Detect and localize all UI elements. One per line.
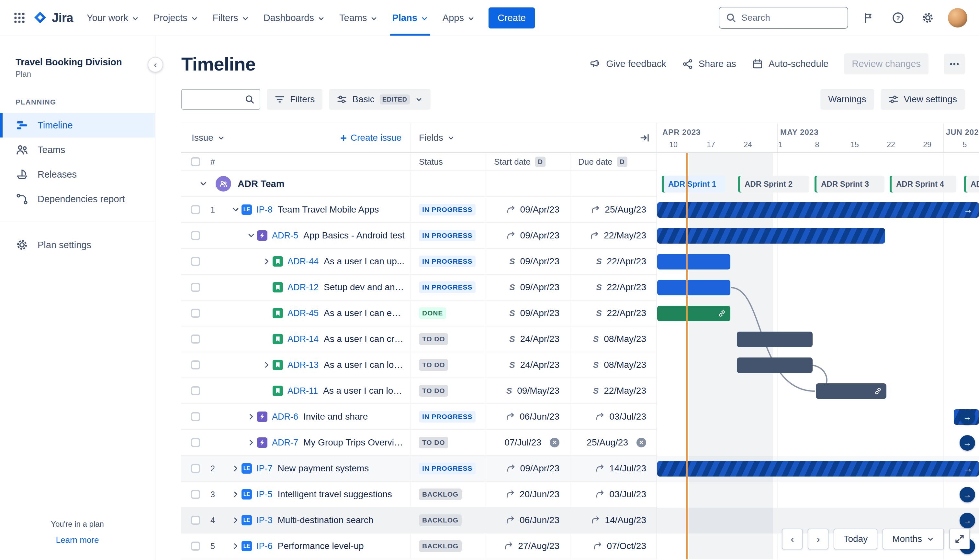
status-lozenge[interactable]: IN PROGRESS — [419, 411, 476, 423]
date-value[interactable]: 09/Apr/23 — [520, 205, 560, 215]
dependency-link-icon[interactable] — [718, 310, 726, 317]
date-value[interactable]: 24/Apr/23 — [520, 334, 560, 344]
row-checkbox[interactable] — [191, 542, 200, 551]
date-value[interactable]: 09/Apr/23 — [520, 282, 560, 292]
row-checkbox[interactable] — [191, 412, 200, 421]
issue-summary[interactable]: My Group Trips Overview — [303, 437, 411, 448]
timeline-search-input[interactable] — [187, 95, 245, 105]
scroll-to-bar-button[interactable]: → — [960, 409, 975, 425]
status-lozenge[interactable]: BACKLOG — [419, 540, 462, 552]
issue-key-link[interactable]: ADR-14 — [287, 334, 319, 344]
issue-key-link[interactable]: IP-6 — [256, 541, 272, 551]
create-issue-button[interactable]: +Create issue — [340, 132, 411, 143]
share-as-button[interactable]: Share as — [682, 58, 736, 70]
group-expand-toggle[interactable] — [197, 179, 209, 188]
timeline-search[interactable] — [181, 89, 260, 110]
collapse-sidebar-button[interactable]: ‹ — [148, 57, 163, 72]
issue-summary[interactable]: Invite and share — [303, 412, 373, 422]
filters-button[interactable]: Filters — [267, 89, 322, 110]
jira-logo[interactable]: Jira — [32, 10, 73, 25]
issue-key-link[interactable]: ADR-5 — [272, 231, 298, 241]
auto-schedule-button[interactable]: Auto-schedule — [752, 58, 829, 70]
date-value[interactable]: 07/Oct/23 — [607, 541, 646, 551]
issue-row[interactable]: ADR-14As a user I can cre...TO DOS24/Apr… — [181, 327, 979, 352]
date-value[interactable]: 20/Jun/23 — [520, 489, 560, 500]
issue-summary[interactable]: Intelligent travel suggestions — [278, 489, 397, 500]
search-input[interactable] — [742, 13, 841, 23]
row-checkbox[interactable] — [191, 438, 200, 447]
sidebar-item-dependencies-report[interactable]: Dependencies report — [0, 187, 155, 211]
status-lozenge[interactable]: IN PROGRESS — [419, 255, 476, 267]
scroll-left-button[interactable]: ‹ — [782, 528, 803, 549]
date-value[interactable]: 09/Apr/23 — [520, 256, 560, 267]
view-settings-button[interactable]: View settings — [880, 89, 965, 110]
issue-summary[interactable]: New payment systems — [278, 463, 374, 473]
expand-toggle[interactable] — [246, 438, 257, 447]
sidebar-item-releases[interactable]: Releases — [0, 162, 155, 187]
row-checkbox[interactable] — [191, 464, 200, 473]
status-lozenge[interactable]: BACKLOG — [419, 488, 462, 500]
issue-key-link[interactable]: ADR-11 — [287, 386, 318, 396]
review-changes-button[interactable]: Review changes — [844, 53, 929, 74]
sprint-bar[interactable]: ADR Sprint 3 — [815, 176, 884, 192]
flag-icon[interactable] — [859, 8, 878, 27]
sidebar-item-teams[interactable]: Teams — [0, 137, 155, 162]
settings-gear-icon[interactable] — [918, 8, 937, 27]
gantt-bar[interactable]: → — [657, 202, 979, 218]
today-button[interactable]: Today — [834, 528, 877, 549]
sprint-bar[interactable]: ADR Sprint 1 — [662, 176, 725, 192]
date-value[interactable]: 22/Apr/23 — [607, 308, 646, 318]
issue-summary[interactable]: Setup dev and and ... — [324, 282, 411, 292]
issue-row[interactable]: ADR-45As a user I can ena...DONES09/Apr/… — [181, 300, 979, 327]
issue-row[interactable]: 2LEIP-7New payment systemsIN PROGRESS09/… — [181, 456, 979, 482]
row-checkbox[interactable] — [191, 283, 200, 292]
issue-key-link[interactable]: ADR-7 — [272, 438, 298, 448]
dependency-link-icon[interactable] — [874, 387, 882, 395]
row-checkbox[interactable] — [191, 516, 200, 525]
scroll-right-button[interactable]: › — [808, 528, 829, 549]
date-value[interactable]: 22/Apr/23 — [607, 282, 646, 292]
date-value[interactable]: 22/May/23 — [604, 230, 646, 241]
date-value[interactable]: 25/Aug/23 — [605, 205, 646, 215]
help-icon[interactable]: ? — [888, 8, 908, 27]
status-lozenge[interactable]: DONE — [419, 307, 446, 319]
issue-key-link[interactable]: ADR-6 — [272, 412, 298, 422]
learn-more-link[interactable]: Learn more — [56, 535, 99, 545]
gantt-bar[interactable] — [816, 383, 886, 399]
warnings-button[interactable]: Warnings — [820, 89, 874, 110]
status-lozenge[interactable]: TO DO — [419, 333, 448, 345]
global-search[interactable] — [719, 7, 848, 29]
date-value[interactable]: 03/Jul/23 — [609, 412, 646, 422]
date-value[interactable]: 22/Apr/23 — [607, 256, 646, 267]
date-value[interactable]: 08/May/23 — [604, 334, 646, 344]
row-checkbox[interactable] — [191, 386, 200, 395]
expand-toggle[interactable] — [230, 516, 242, 525]
nav-filters[interactable]: Filters — [205, 0, 256, 36]
date-value[interactable]: 08/May/23 — [604, 360, 646, 370]
app-switcher-icon[interactable] — [9, 7, 30, 28]
issue-key-link[interactable]: ADR-12 — [287, 282, 319, 292]
view-mode-button[interactable]: Basic EDITED — [329, 89, 430, 110]
expand-toggle[interactable] — [261, 257, 272, 266]
expand-toggle[interactable] — [230, 205, 242, 214]
issue-row[interactable]: ADR-12Setup dev and and ...IN PROGRESSS0… — [181, 275, 979, 300]
issue-summary[interactable]: As a user I can ena... — [324, 308, 411, 318]
expand-toggle[interactable] — [230, 464, 242, 473]
issue-row[interactable]: 3LEIP-5Intelligent travel suggestionsBAC… — [181, 482, 979, 508]
select-all-checkbox[interactable] — [191, 157, 200, 166]
nav-your-work[interactable]: Your work — [80, 0, 146, 36]
date-value[interactable]: 25/Aug/23 — [586, 437, 628, 448]
gantt-bar[interactable]: → — [657, 461, 979, 477]
row-checkbox[interactable] — [191, 335, 200, 343]
nav-plans[interactable]: Plans — [385, 0, 435, 36]
date-value[interactable]: 09/May/23 — [517, 386, 560, 396]
status-lozenge[interactable]: IN PROGRESS — [419, 204, 476, 215]
issue-row[interactable]: ADR-11As a user I can log i...TO DOS09/M… — [181, 378, 979, 404]
issue-summary[interactable]: Performance level-up — [278, 541, 369, 551]
issue-key-link[interactable]: ADR-13 — [287, 360, 319, 370]
row-checkbox[interactable] — [191, 257, 200, 266]
scroll-to-bar-button[interactable]: → — [960, 487, 975, 502]
fullscreen-button[interactable] — [949, 528, 970, 549]
row-checkbox[interactable] — [191, 205, 200, 214]
issue-summary[interactable]: As a user I can cre... — [324, 334, 411, 344]
